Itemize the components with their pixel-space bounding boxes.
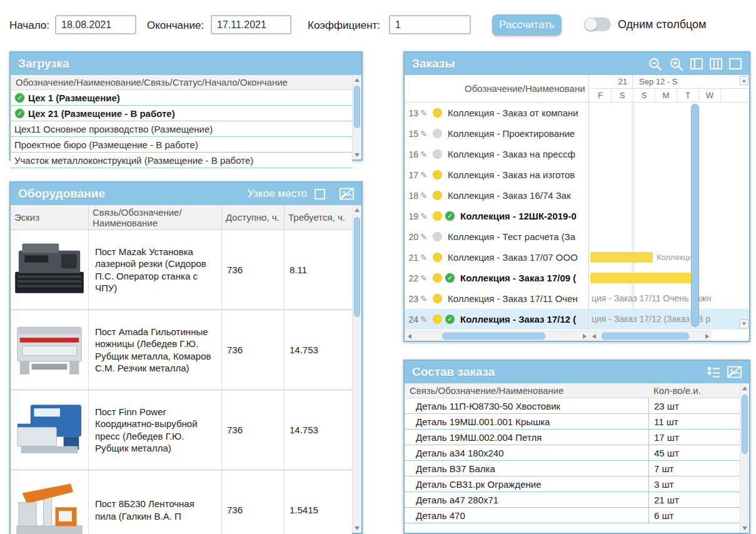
equipment-row[interactable]: Пост Amada Гильотинные ножницы (Лебедев … [11, 310, 352, 390]
gantt-week-label: Sep 12 - S [633, 75, 749, 89]
edit-pencil-icon[interactable] [420, 129, 430, 139]
scroll-up-button[interactable] [353, 75, 361, 84]
order-row[interactable]: 15Коллекция - Проектирование [405, 123, 588, 144]
item-name: Деталь 19МШ.002.004 Петля [405, 430, 648, 445]
arrow-up-icon [742, 79, 746, 83]
pane-split-left-icon[interactable] [690, 58, 703, 69]
orders-grid: Обозначение/Наименовани 13Коллекция - За… [405, 75, 589, 331]
bottleneck-checkbox[interactable] [315, 189, 325, 199]
order-row[interactable]: 13Коллекция - Заказ от компани [405, 103, 588, 123]
gantt-rows: Коллекци ция - Заказ 17/11 Очень важн ци… [590, 103, 749, 330]
scroll-up-button[interactable] [740, 383, 749, 393]
equipment-row[interactable]: Пост 8Б230 Ленточная пила (Галкин В.А. П… [11, 470, 352, 534]
order-row[interactable]: 17Коллекция - Заказ на изготов [405, 164, 588, 185]
scroll-track[interactable] [740, 393, 749, 523]
coefficient-input[interactable] [389, 15, 471, 34]
gantt-horizontal-scrollbar[interactable] [589, 331, 712, 341]
start-date-input[interactable] [55, 15, 136, 34]
order-row[interactable]: 21Коллекция - Заказ 17/07 ООО [405, 247, 588, 268]
scroll-down-button[interactable] [353, 150, 361, 159]
zoom-out-icon[interactable] [648, 57, 662, 71]
order-item-row[interactable]: Деталь 19МШ.001.001 Крышка 11 шт [405, 414, 740, 430]
scroll-left-button[interactable] [589, 331, 598, 341]
load-row[interactable]: Проектное бюро (Размещение - В работе) [11, 137, 352, 153]
order-items-scrollbar[interactable] [740, 383, 749, 533]
order-item-row[interactable]: Деталь СВ31.рк Ограждение 3 шт [405, 476, 740, 492]
order-item-row[interactable]: Деталь 19МШ.002.004 Петля 17 шт [405, 430, 740, 445]
edit-pencil-icon[interactable] [420, 253, 430, 263]
gantt-chart: 21 Sep 12 - S F S S M T W [590, 75, 749, 331]
order-row-selected[interactable]: 24Коллекция - Заказ 17/12 ( [405, 309, 588, 330]
gantt-bar[interactable] [590, 273, 694, 283]
toggle-knob-icon [585, 18, 597, 31]
green-check-icon [445, 273, 455, 283]
gantt-row-selected: ция - Заказ 17/12 (Заказ - В р [590, 309, 749, 330]
grid-horizontal-scrollbar[interactable] [405, 331, 589, 341]
scroll-track[interactable] [414, 331, 580, 341]
scroll-thumb[interactable] [602, 333, 689, 340]
edit-pencil-icon[interactable] [420, 232, 430, 242]
scroll-thumb[interactable] [354, 86, 360, 128]
scroll-right-button[interactable] [580, 331, 589, 341]
gantt-bar[interactable] [590, 252, 653, 263]
scroll-track[interactable] [598, 331, 702, 341]
scroll-down-button[interactable] [740, 523, 749, 533]
edit-pencil-icon[interactable] [420, 191, 430, 201]
order-label: Коллекция - Заказ 17/12 ( [460, 314, 576, 325]
hide-images-icon[interactable] [340, 188, 354, 200]
structure-icon[interactable] [707, 366, 720, 378]
load-scrollbar[interactable] [352, 75, 361, 159]
status-dot [433, 315, 442, 324]
scroll-up-button[interactable] [353, 205, 361, 214]
scroll-left-button[interactable] [405, 331, 414, 341]
gantt-row: ция - Заказ 17/11 Очень важн [590, 288, 749, 309]
single-column-toggle[interactable] [584, 18, 611, 31]
pane-single-icon[interactable] [729, 58, 742, 69]
zoom-in-icon[interactable] [669, 57, 683, 71]
order-item-row[interactable]: Деталь 11П-Ю8730-50 Хвостовик 23 шт [405, 398, 740, 414]
order-row[interactable]: 16Коллекция - Заказ на прессф [405, 144, 588, 164]
gantt-vertical-scroll-thumb[interactable] [691, 104, 699, 327]
column-header-qty: Кол-во/е.и. [648, 383, 740, 398]
gantt-row [590, 103, 749, 123]
order-item-row[interactable]: Деталь 470 6 шт [405, 508, 740, 523]
scroll-track[interactable] [353, 214, 361, 523]
edit-pencil-icon[interactable] [420, 315, 430, 325]
scroll-down-button[interactable] [740, 320, 748, 328]
hide-images-icon[interactable] [727, 366, 742, 378]
orders-panel-title: Заказы [412, 57, 455, 71]
scroll-track[interactable] [353, 84, 361, 150]
pane-split-3-icon[interactable] [710, 58, 722, 69]
edit-pencil-icon[interactable] [420, 273, 430, 283]
load-row[interactable]: Участок металлоконструкций (Размещение -… [11, 153, 352, 168]
scroll-thumb[interactable] [354, 217, 360, 317]
order-item-row[interactable]: Деталь а47 280х71 21 шт [405, 492, 740, 508]
equipment-row[interactable]: Пост Mazak Установка лазерной резки (Сид… [11, 230, 352, 310]
scroll-up-button[interactable] [740, 76, 748, 85]
load-row[interactable]: Цех 21 (Размещение - В работе) [11, 106, 352, 121]
order-row[interactable]: 23Коллекция - Заказ 17/11 Очен [405, 288, 588, 309]
edit-pencil-icon[interactable] [420, 211, 430, 221]
order-row[interactable]: 18Коллекция - Заказ 16/74 Зак [405, 185, 588, 206]
load-row[interactable]: Цех11 Основное производство (Размещение) [11, 121, 352, 137]
turret-punch-press-image [11, 390, 89, 470]
end-date-input[interactable] [211, 15, 291, 34]
scroll-right-button[interactable] [702, 331, 712, 341]
order-item-row[interactable]: Деталь а34 180х240 45 шт [405, 445, 740, 461]
edit-pencil-icon[interactable] [420, 294, 430, 304]
calculate-button[interactable]: Рассчитать [492, 14, 562, 35]
order-item-row[interactable]: Деталь В37 Балка 7 шт [405, 461, 740, 476]
order-row[interactable]: 19Коллекция - 12ШК-2019-0 [405, 206, 588, 226]
scroll-down-button[interactable] [353, 523, 361, 533]
item-name: Деталь 11П-Ю8730-50 Хвостовик [405, 398, 648, 413]
equipment-scrollbar[interactable] [352, 205, 361, 533]
equipment-row[interactable]: Пост Finn Power Координатно-вырубной пре… [11, 390, 352, 470]
edit-pencil-icon[interactable] [420, 170, 430, 180]
order-row[interactable]: 20Коллекция - Тест расчета (За [405, 226, 588, 247]
order-row[interactable]: 22Коллекция - Заказ 17/09 ( [405, 268, 588, 288]
scroll-thumb[interactable] [442, 333, 545, 340]
edit-pencil-icon[interactable] [420, 108, 430, 118]
load-row[interactable]: Цех 1 (Размещение) [11, 90, 352, 106]
edit-pencil-icon[interactable] [420, 149, 430, 159]
scroll-thumb[interactable] [742, 395, 748, 454]
